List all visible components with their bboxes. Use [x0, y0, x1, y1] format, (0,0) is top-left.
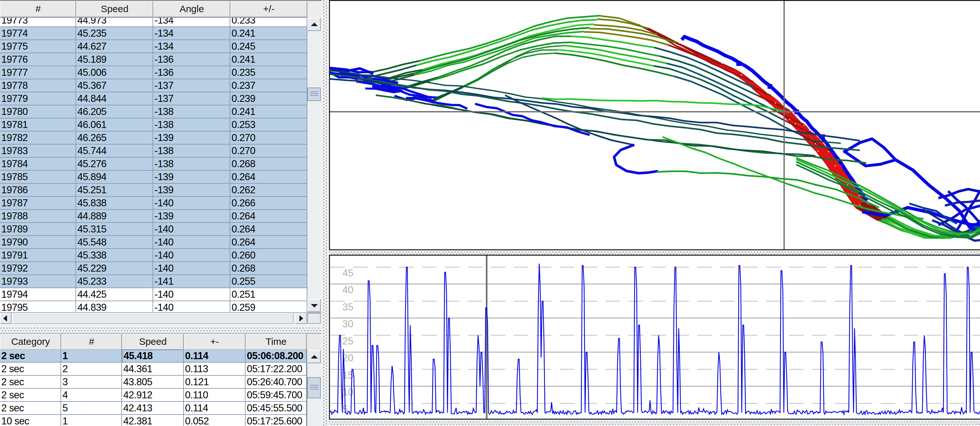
svg-text:40: 40 — [342, 285, 353, 296]
svg-text:30: 30 — [342, 318, 353, 329]
svg-text:25: 25 — [342, 335, 353, 347]
svg-text:35: 35 — [342, 302, 353, 313]
svg-text:45: 45 — [342, 267, 353, 278]
